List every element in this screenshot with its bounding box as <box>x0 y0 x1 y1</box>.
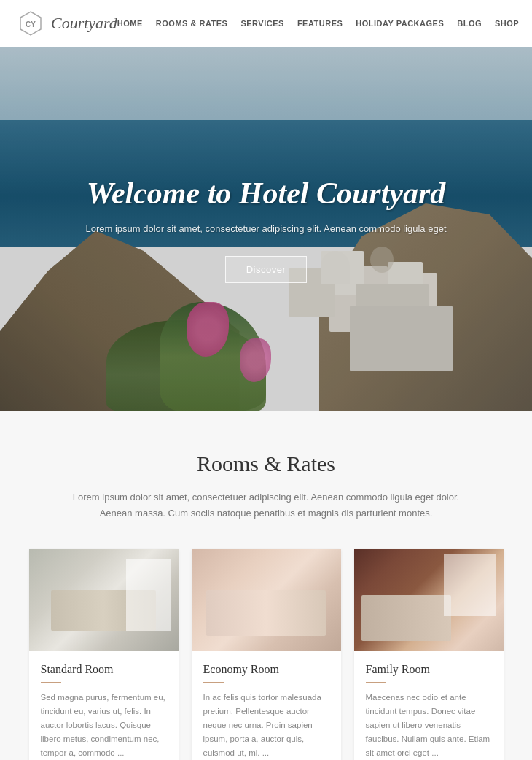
logo-icon: CY <box>17 10 44 36</box>
card-body-family: Family Room Maecenas nec odio et ante ti… <box>354 651 504 760</box>
room-image-standard <box>29 549 179 651</box>
card-divider-family <box>366 682 386 683</box>
card-standard: Standard Room Sed magna purus, fermentum… <box>29 549 179 760</box>
card-image-standard <box>29 549 179 651</box>
card-body-economy: Economy Room In ac felis quis tortor mal… <box>192 651 341 760</box>
card-text-family: Maecenas nec odio et ante tincidunt temp… <box>366 691 492 760</box>
card-image-family <box>354 549 504 651</box>
nav-blog[interactable]: BLOG <box>457 19 482 28</box>
svg-text:CY: CY <box>26 20 36 28</box>
nav-features[interactable]: FEATURES <box>297 19 343 28</box>
card-family: Family Room Maecenas nec odio et ante ti… <box>354 549 504 760</box>
logo-area: CY Courtyard <box>17 10 117 36</box>
card-title-family: Family Room <box>366 663 492 676</box>
card-text-economy: In ac felis quis tortor malesuada pretiu… <box>203 691 329 760</box>
card-text-standard: Sed magna purus, fermentum eu, tincidunt… <box>41 691 167 760</box>
hero-content: Welcome to Hotel Courtyard Lorem ipsum d… <box>42 175 490 284</box>
rooms-title: Rooms & Rates <box>29 451 503 476</box>
card-divider-standard <box>41 682 61 683</box>
hero-title: Welcome to Hotel Courtyard <box>86 175 447 212</box>
card-divider-economy <box>203 682 224 683</box>
header: CY Courtyard HOME ROOMS & RATES SERVICES… <box>0 0 532 47</box>
rooms-cards-row: Standard Room Sed magna purus, fermentum… <box>29 549 503 760</box>
hero-section: Welcome to Hotel Courtyard Lorem ipsum d… <box>0 47 532 411</box>
hero-subtitle: Lorem ipsum dolor sit amet, consectetuer… <box>86 222 447 236</box>
card-body-standard: Standard Room Sed magna purus, fermentum… <box>29 651 179 760</box>
room-image-family <box>354 549 504 651</box>
card-image-economy <box>192 549 341 651</box>
nav-services[interactable]: SERVICES <box>240 19 283 28</box>
main-nav: HOME ROOMS & RATES SERVICES FEATURES HOL… <box>117 18 532 30</box>
card-economy: Economy Room In ac felis quis tortor mal… <box>192 549 341 760</box>
nav-rooms-rates[interactable]: ROOMS & RATES <box>156 19 228 28</box>
card-title-standard: Standard Room <box>41 663 167 676</box>
card-title-economy: Economy Room <box>203 663 329 676</box>
rooms-description: Lorem ipsum dolor sit amet, consectetuer… <box>62 489 470 521</box>
logo-text: Courtyard <box>51 14 117 33</box>
rooms-section: Rooms & Rates Lorem ipsum dolor sit amet… <box>0 411 532 760</box>
discover-button[interactable]: Discover <box>225 256 308 283</box>
nav-holiday[interactable]: HOLIDAY PACKAGES <box>356 19 444 28</box>
nav-home[interactable]: HOME <box>117 19 143 28</box>
room-image-economy <box>192 549 341 651</box>
nav-shop[interactable]: SHOP <box>495 19 519 28</box>
